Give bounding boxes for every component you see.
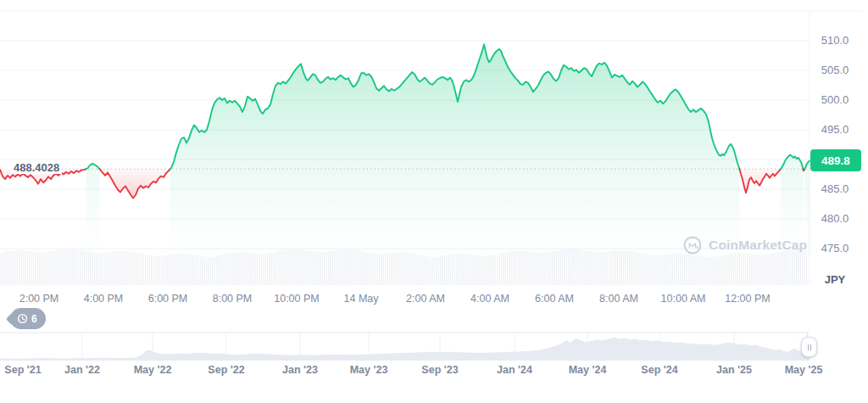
navigator-date-tick: Sep '24 bbox=[641, 364, 677, 376]
y-axis-tick: 480.0 bbox=[810, 211, 860, 227]
y-axis-tick: 485.0 bbox=[810, 182, 860, 197]
currency-label: JPY bbox=[810, 273, 860, 286]
y-axis-tick: 505.0 bbox=[810, 63, 860, 78]
y-axis-tick: 510.0 bbox=[810, 33, 860, 48]
y-axis-tick: 500.0 bbox=[810, 92, 860, 108]
navigator-handle[interactable] bbox=[801, 337, 817, 357]
x-axis-tick: 4:00 AM bbox=[470, 293, 509, 305]
navigator-date-tick: Sep '21 bbox=[4, 364, 41, 376]
main-chart-hover-area[interactable] bbox=[0, 11, 810, 285]
navigator-brush-area[interactable] bbox=[0, 333, 810, 361]
x-axis-tick: 12:00 PM bbox=[725, 293, 771, 305]
navigator-date-tick: May '23 bbox=[350, 364, 388, 376]
navigator-date-tick: Sep '23 bbox=[421, 364, 458, 376]
x-axis-tick: 2:00 PM bbox=[19, 293, 59, 305]
navigator-date-tick: Jan '23 bbox=[282, 364, 318, 376]
x-axis-tick: 8:00 AM bbox=[599, 293, 638, 305]
x-axis-tick: 6:00 PM bbox=[148, 293, 188, 305]
price-chart-panel: 488.4028 489.8 JPY CoinMarketCap 6 510.0… bbox=[0, 0, 868, 403]
x-axis-tick: 6:00 AM bbox=[535, 293, 574, 305]
x-axis-tick: 2:00 AM bbox=[406, 293, 445, 305]
navigator-handle-grip-icon bbox=[808, 344, 809, 350]
navigator-date-tick: May '24 bbox=[569, 364, 607, 376]
navigator-date-tick: Sep '22 bbox=[208, 364, 244, 376]
navigator-handle-grip-icon bbox=[810, 344, 811, 350]
navigator-date-tick: Jan '25 bbox=[716, 364, 752, 376]
history-clock-icon bbox=[17, 313, 28, 324]
navigator-date-tick: May '22 bbox=[134, 364, 172, 376]
x-axis-tick: 14 May bbox=[344, 293, 379, 305]
watchers-badge[interactable]: 6 bbox=[10, 308, 46, 329]
navigator-date-tick: Jan '22 bbox=[64, 364, 100, 376]
watchers-count: 6 bbox=[31, 313, 37, 325]
current-price-badge: 489.8 bbox=[810, 149, 861, 171]
navigator-date-tick: May '25 bbox=[785, 364, 823, 376]
y-axis-tick: 495.0 bbox=[810, 122, 860, 137]
x-axis-tick: 8:00 PM bbox=[213, 293, 253, 305]
y-axis-tick: 475.0 bbox=[810, 241, 860, 256]
x-axis-tick: 10:00 AM bbox=[661, 293, 706, 305]
navigator-date-tick: Jan '24 bbox=[497, 364, 532, 376]
x-axis-tick: 4:00 PM bbox=[84, 293, 124, 305]
x-axis-tick: 10:00 PM bbox=[274, 293, 320, 305]
